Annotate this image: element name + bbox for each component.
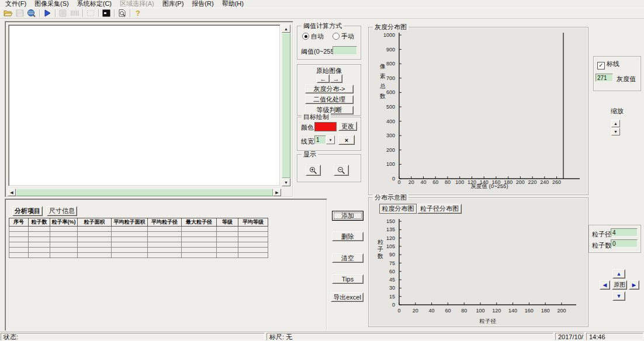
menu-item-help[interactable]: 帮助(H) bbox=[218, 0, 248, 8]
table-cell bbox=[29, 237, 50, 242]
gray-distribution-button[interactable]: 灰度分布-> bbox=[305, 85, 354, 93]
line-width-dropdown[interactable]: 1 ▼ bbox=[314, 135, 335, 144]
scroll-right-icon[interactable]: ▶ bbox=[273, 189, 281, 196]
toolbar-separator bbox=[82, 9, 83, 17]
original-image-group: 原始图像 ← → 灰度分布-> 二值化处理 等级判断 bbox=[297, 64, 361, 116]
svg-text:150: 150 bbox=[386, 218, 395, 224]
nav-up-button[interactable]: ▲ bbox=[612, 269, 625, 279]
table-cell bbox=[9, 232, 29, 237]
menu-item-report[interactable]: 报告(R) bbox=[188, 0, 217, 8]
original-view-button[interactable]: 原图 bbox=[612, 280, 627, 290]
zoom-in-button[interactable] bbox=[306, 165, 321, 176]
table-cell bbox=[182, 227, 217, 232]
horizontal-scrollbar-thumb[interactable] bbox=[16, 189, 273, 196]
menu-bar: 文件(F)图像采集(S)系统标定(C)区域选择(A)图库(P)报告(R)帮助(H… bbox=[0, 0, 644, 8]
svg-text:45: 45 bbox=[389, 277, 395, 283]
spinner-down-icon[interactable]: ▼ bbox=[611, 128, 620, 135]
tab-diameter-distribution[interactable]: 粒子径分布图 bbox=[417, 204, 462, 214]
tab-analysis-items[interactable]: 分析项目 bbox=[12, 206, 43, 216]
acquire-icon[interactable] bbox=[26, 9, 37, 18]
particle-values-group: 粒子径 4 粒子数 0 bbox=[588, 225, 641, 253]
toolbar-separator bbox=[130, 9, 130, 17]
table-cell bbox=[29, 232, 50, 237]
play-icon[interactable] bbox=[41, 9, 53, 18]
marker-checkbox-row[interactable]: 标线 bbox=[597, 60, 619, 69]
table-header: 粒子面积 bbox=[78, 218, 112, 227]
menu-item-region-select: 区域选择(A) bbox=[116, 0, 158, 8]
scroll-left-icon[interactable]: ◀ bbox=[8, 189, 16, 196]
nav-right-button[interactable]: ▶ bbox=[629, 280, 639, 290]
nav-down-button[interactable]: ▼ bbox=[612, 291, 625, 301]
prev-image-button[interactable]: ← bbox=[317, 74, 330, 83]
binarize-button[interactable]: 二值化处理 bbox=[305, 95, 354, 104]
clear-button[interactable]: 清空 bbox=[332, 253, 363, 263]
clear-draw-button[interactable]: × bbox=[338, 135, 355, 145]
table-row[interactable] bbox=[9, 232, 268, 237]
zoom-out-button[interactable] bbox=[334, 165, 349, 176]
menu-item-system-calibration[interactable]: 系统标定(C) bbox=[73, 0, 116, 8]
open-icon[interactable] bbox=[2, 9, 14, 18]
auto-radio-circle[interactable] bbox=[302, 33, 309, 40]
change-color-button[interactable]: 更改 bbox=[338, 121, 357, 131]
spinner-up-icon[interactable]: ▲ bbox=[611, 120, 620, 127]
next-image-button[interactable]: → bbox=[330, 74, 342, 83]
manual-radio-circle[interactable] bbox=[333, 33, 340, 40]
table-header: 平均粒子面积 bbox=[112, 218, 148, 227]
tips-button[interactable]: Tips bbox=[332, 274, 363, 284]
svg-text:220: 220 bbox=[528, 179, 537, 185]
menu-item-image-capture[interactable]: 图像采集(S) bbox=[30, 0, 73, 8]
distribution-group-title: 分布示意图 bbox=[373, 194, 408, 201]
scroll-down-icon[interactable]: ▼ bbox=[282, 178, 290, 186]
table-row[interactable] bbox=[9, 242, 268, 248]
scroll-up-icon[interactable]: ▲ bbox=[282, 25, 290, 33]
vertical-scrollbar[interactable]: ▲ ▼ bbox=[282, 25, 290, 186]
delete-button[interactable]: 删除 bbox=[332, 232, 363, 241]
particle-count-input[interactable]: 0 bbox=[611, 239, 638, 248]
table-row[interactable] bbox=[9, 248, 268, 253]
add-button[interactable]: 添加 bbox=[332, 211, 363, 221]
gray-value-input[interactable]: 271 bbox=[595, 74, 613, 82]
down-arrow-icon: ▼ bbox=[617, 294, 622, 299]
menu-item-gallery[interactable]: 图库(P) bbox=[158, 0, 188, 8]
up-arrow-icon: ▲ bbox=[617, 272, 622, 277]
table-cell bbox=[182, 237, 217, 242]
marker-checkbox[interactable] bbox=[597, 62, 605, 69]
vertical-scrollbar-thumb[interactable] bbox=[282, 33, 290, 178]
image-canvas[interactable] bbox=[8, 25, 281, 186]
help-icon[interactable]: ? bbox=[132, 9, 144, 18]
table-cell bbox=[9, 242, 29, 248]
svg-text:灰度值 (0~255): 灰度值 (0~255) bbox=[470, 183, 508, 189]
tab-size-info[interactable]: 尺寸信息 bbox=[47, 206, 77, 216]
horizontal-scrollbar[interactable]: ◀ ▶ bbox=[8, 189, 281, 196]
svg-text:120: 120 bbox=[386, 235, 395, 241]
particle-diameter-input[interactable]: 4 bbox=[611, 228, 638, 236]
svg-text:160: 160 bbox=[525, 308, 534, 314]
tab-size-distribution[interactable]: 粒度分布图 bbox=[379, 204, 417, 214]
report-preview-icon[interactable] bbox=[116, 9, 128, 18]
table-header: 粒子率(%) bbox=[50, 218, 78, 227]
right-arrow-icon: ▶ bbox=[632, 283, 636, 288]
table-header: 最大粒子径 bbox=[182, 218, 217, 227]
svg-text:0: 0 bbox=[397, 308, 400, 314]
table-row[interactable] bbox=[9, 237, 268, 242]
threshold-value-input[interactable] bbox=[333, 46, 357, 55]
export-excel-button[interactable]: 导出excel bbox=[331, 293, 363, 302]
toolbar: ? bbox=[0, 8, 644, 19]
table-row[interactable] bbox=[9, 227, 268, 232]
manual-radio[interactable]: 手动 bbox=[333, 32, 354, 41]
table-row[interactable] bbox=[9, 253, 268, 258]
svg-text:600: 600 bbox=[386, 89, 395, 95]
table-cell bbox=[50, 227, 78, 232]
nav-left-button[interactable]: ◀ bbox=[600, 280, 610, 290]
svg-text:100: 100 bbox=[476, 308, 484, 314]
menu-item-file[interactable]: 文件(F) bbox=[1, 0, 30, 8]
table-cell bbox=[148, 227, 182, 232]
chevron-down-icon[interactable]: ▼ bbox=[326, 135, 335, 144]
table-cell bbox=[148, 232, 182, 237]
table-cell bbox=[148, 242, 182, 248]
save-icon bbox=[14, 9, 26, 18]
auto-radio[interactable]: 自动 bbox=[302, 32, 324, 41]
color-swatch[interactable] bbox=[314, 122, 337, 131]
zoom-spinner[interactable]: ▲ ▼ bbox=[611, 120, 620, 136]
gallery-icon[interactable] bbox=[101, 9, 112, 18]
